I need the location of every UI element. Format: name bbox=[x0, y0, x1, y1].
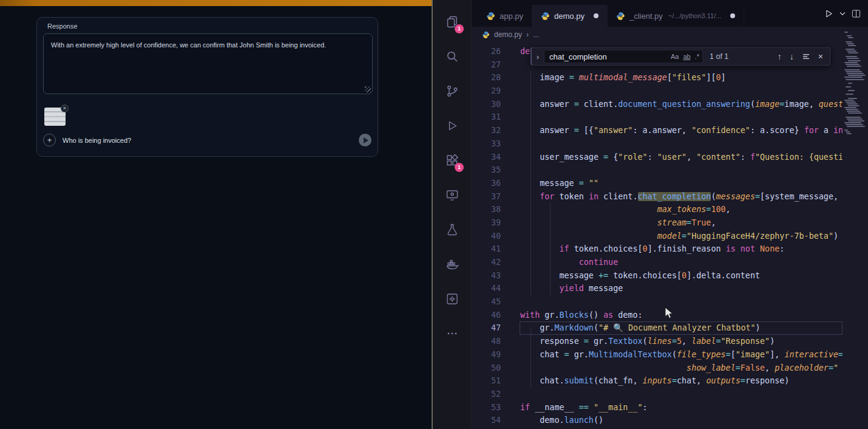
match-case-icon[interactable]: Aa bbox=[671, 53, 679, 60]
run-python-file-icon[interactable] bbox=[824, 9, 833, 18]
code-line-44[interactable]: 44 yield message bbox=[472, 282, 843, 295]
more-icon[interactable] bbox=[433, 316, 472, 351]
line-number[interactable]: 50 bbox=[472, 362, 501, 375]
line-number[interactable]: 34 bbox=[472, 151, 501, 164]
line-number[interactable]: 37 bbox=[472, 190, 501, 204]
modified-dot[interactable] bbox=[730, 13, 735, 18]
line-number[interactable]: 49 bbox=[472, 348, 501, 362]
line-number[interactable]: 29 bbox=[472, 84, 501, 98]
search-icon[interactable] bbox=[433, 39, 472, 74]
add-file-button[interactable]: + bbox=[43, 134, 56, 146]
line-number[interactable]: 36 bbox=[472, 177, 501, 190]
run-debug-icon[interactable] bbox=[433, 108, 472, 143]
code-line-31[interactable]: 31 bbox=[472, 111, 843, 124]
response-textarea[interactable]: With an extremely high level of confiden… bbox=[43, 33, 373, 94]
line-number[interactable]: 35 bbox=[472, 163, 501, 177]
code-line-28[interactable]: 28 image = multimodal_message["files"][0… bbox=[472, 71, 843, 84]
line-number[interactable]: 31 bbox=[472, 111, 501, 124]
code-line-52[interactable]: 52 bbox=[472, 388, 843, 401]
code-line-49[interactable]: 49 chat = gr.MultimodalTextbox(file_type… bbox=[472, 348, 843, 362]
code-line-50[interactable]: 50 show_label=False, placeholder=" bbox=[472, 362, 843, 375]
extensions-icon[interactable]: 1 bbox=[433, 143, 472, 177]
line-number[interactable]: 53 bbox=[472, 401, 501, 414]
code-line-37[interactable]: 37 for token in client.chat_completion(m… bbox=[472, 190, 843, 204]
line-number[interactable]: 45 bbox=[472, 295, 501, 309]
line-number[interactable]: 41 bbox=[472, 242, 501, 256]
remote-explorer-icon[interactable] bbox=[433, 177, 472, 212]
line-number[interactable]: 44 bbox=[472, 282, 501, 295]
line-number[interactable]: 30 bbox=[472, 98, 501, 111]
minimap-line bbox=[846, 101, 856, 103]
run-dropdown-chevron-icon[interactable] bbox=[839, 12, 846, 16]
line-number[interactable]: 33 bbox=[472, 137, 501, 151]
minimap[interactable] bbox=[843, 27, 868, 429]
line-number[interactable]: 28 bbox=[472, 71, 501, 84]
breadcrumb[interactable]: demo.py › ... bbox=[472, 27, 868, 43]
code-line-54[interactable]: 54 demo.launch() bbox=[472, 414, 843, 427]
code-line-42[interactable]: 42 continue bbox=[472, 256, 843, 269]
modified-dot[interactable] bbox=[594, 13, 598, 18]
line-number[interactable]: 42 bbox=[472, 256, 501, 269]
code-line-43[interactable]: 43 message += token.choices[0].delta.con… bbox=[472, 269, 843, 283]
code-line-46[interactable]: 46with gr.Blocks() as demo: bbox=[472, 309, 843, 322]
image-thumbnail[interactable]: × bbox=[44, 108, 66, 126]
close-icon[interactable]: × bbox=[818, 52, 823, 61]
code-line-29[interactable]: 29 bbox=[472, 84, 843, 98]
line-number[interactable]: 51 bbox=[472, 374, 501, 388]
line-number[interactable]: 52 bbox=[472, 388, 501, 401]
tab-client-py[interactable]: _client.py ~/.../python3.11/... bbox=[608, 5, 744, 27]
code-line-48[interactable]: 48 response = gr.Textbox(lines=5, label=… bbox=[472, 335, 843, 348]
send-button[interactable] bbox=[359, 134, 371, 146]
find-in-selection-icon[interactable] bbox=[802, 52, 810, 61]
line-number[interactable]: 32 bbox=[472, 124, 501, 137]
docker-icon[interactable] bbox=[433, 247, 472, 281]
line-number[interactable]: 54 bbox=[472, 414, 501, 427]
previous-match-icon[interactable]: ↑ bbox=[778, 52, 782, 61]
code-line-40[interactable]: 40 model="HuggingFaceH4/zephyr-7b-beta") bbox=[472, 230, 843, 243]
code-editor[interactable]: 26def chat_fn(multimodal_message):2728 i… bbox=[472, 43, 843, 429]
account-icon[interactable] bbox=[433, 419, 472, 429]
chat-input[interactable]: Who is being invoiced? bbox=[63, 137, 131, 144]
code-line-30[interactable]: 30 answer = client.document_question_ans… bbox=[472, 98, 843, 111]
code-line-32[interactable]: 32 answer = [{"answer": a.answer, "confi… bbox=[472, 124, 843, 137]
tab-demo-py[interactable]: demo.py bbox=[532, 5, 608, 27]
testing-icon[interactable] bbox=[433, 212, 472, 247]
code-line-47[interactable]: 47 gr.Markdown("# 🔍 Document Analyzer Ch… bbox=[472, 321, 843, 335]
line-number[interactable]: 47 bbox=[472, 321, 501, 335]
line-number[interactable]: 27 bbox=[472, 58, 501, 72]
gear-square-icon[interactable] bbox=[433, 281, 472, 316]
remove-image-button[interactable]: × bbox=[61, 105, 69, 112]
resize-handle-icon[interactable] bbox=[365, 86, 371, 92]
breadcrumb-more[interactable]: ... bbox=[533, 30, 539, 39]
code-line-51[interactable]: 51 chat.submit(chat_fn, inputs=chat, out… bbox=[472, 374, 843, 388]
line-number[interactable]: 39 bbox=[472, 216, 501, 230]
split-editor-icon[interactable] bbox=[852, 9, 861, 18]
code-line-34[interactable]: 34 user_message = {"role": "user", "cont… bbox=[472, 151, 843, 164]
code-line-36[interactable]: 36 message = "" bbox=[472, 177, 843, 190]
line-number[interactable]: 40 bbox=[472, 230, 501, 243]
line-number[interactable]: 46 bbox=[472, 309, 501, 322]
minimap-line bbox=[848, 45, 856, 46]
explorer-icon[interactable]: 1 bbox=[433, 4, 472, 39]
line-number[interactable]: 38 bbox=[472, 203, 501, 216]
next-match-icon[interactable]: ↓ bbox=[790, 52, 794, 61]
line-number[interactable]: 43 bbox=[472, 269, 501, 283]
find-widget[interactable]: › chat_completion Aa ab .* 1 of 1 ↑ ↓ bbox=[531, 47, 830, 66]
code-line-45[interactable]: 45 bbox=[472, 295, 843, 309]
tab-app-py[interactable]: app.py bbox=[478, 5, 532, 27]
line-number[interactable]: 48 bbox=[472, 335, 501, 348]
line-number[interactable]: 26 bbox=[472, 45, 501, 58]
code-line-39[interactable]: 39 stream=True, bbox=[472, 216, 843, 230]
minimap-line bbox=[844, 107, 856, 108]
source-control-icon[interactable] bbox=[433, 74, 472, 108]
whole-word-icon[interactable]: ab bbox=[683, 53, 690, 60]
find-input[interactable]: chat_completion Aa ab .* bbox=[544, 50, 703, 63]
breadcrumb-file[interactable]: demo.py bbox=[494, 30, 522, 39]
find-expand-chevron-icon[interactable]: › bbox=[532, 52, 544, 61]
code-line-33[interactable]: 33 bbox=[472, 137, 843, 151]
code-line-41[interactable]: 41 if token.choices[0].finish_reason is … bbox=[472, 242, 843, 256]
code-line-38[interactable]: 38 max_tokens=100, bbox=[472, 203, 843, 216]
code-line-35[interactable]: 35 bbox=[472, 163, 843, 177]
code-line-53[interactable]: 53if __name__ == "__main__": bbox=[472, 401, 843, 414]
regex-icon[interactable]: .* bbox=[695, 53, 699, 60]
